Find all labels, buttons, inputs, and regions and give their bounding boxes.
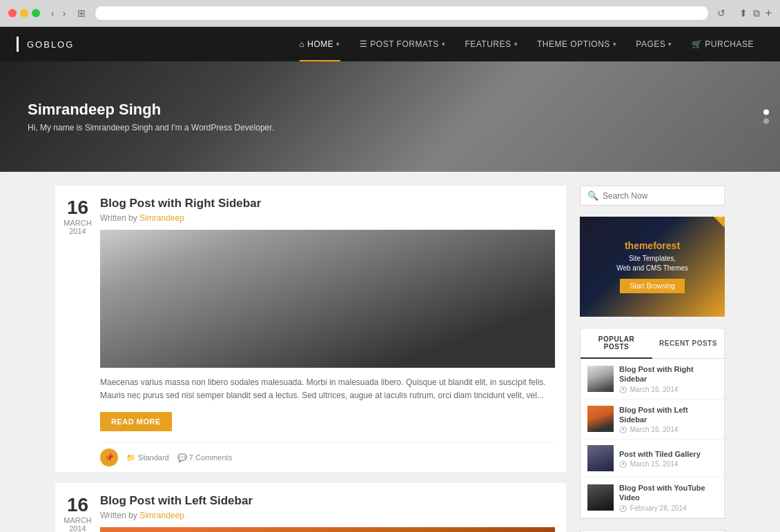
popular-post-date-1: 🕐 March 16, 2014 [619, 386, 717, 393]
ad-logo: themeforest [625, 240, 680, 251]
popular-post-title-4[interactable]: Blog Post with YouTube Video [619, 483, 717, 503]
hero-subtitle: Hi, My name is Simrandeep Singh and I'm … [28, 123, 274, 132]
ad-button[interactable]: Start Browsing [620, 279, 684, 293]
popular-post-item-4: Blog Post with YouTube Video 🕐 February … [581, 477, 724, 518]
post-image-inner-1 [100, 230, 555, 368]
hero-dot-2[interactable] [763, 119, 769, 124]
post-title-2[interactable]: Blog Post with Left Sidebar [100, 494, 555, 508]
share-button[interactable]: ⬆ [739, 7, 748, 19]
browser-chrome: ‹ › ⊞ ↺ ⬆ ⧉ + [0, 0, 780, 27]
tabs-header: POPULAR POSTS RECENT POSTS [581, 328, 724, 359]
popular-post-date-3: 🕐 March 15, 2014 [619, 460, 717, 468]
pin-icon-1: 📌 [100, 449, 118, 466]
new-tab-button[interactable]: + [766, 7, 772, 19]
nav-post-formats-label: POST FORMATS [370, 39, 439, 49]
popular-post-thumb-2 [587, 406, 614, 432]
nav-purchase-label: PURCHASE [705, 39, 754, 49]
hero-section: Simrandeep Singh Hi, My name is Simrande… [0, 61, 780, 172]
close-button[interactable] [8, 9, 17, 17]
browser-actions: ⬆ ⧉ + [739, 7, 772, 19]
cart-icon: 🛒 [692, 39, 703, 49]
nav-item-purchase[interactable]: 🛒 PURCHASE [682, 27, 763, 61]
popular-post-info-1: Blog Post with Right Sidebar 🕐 March 16,… [619, 364, 717, 393]
clock-icon-1: 🕐 [619, 386, 627, 393]
duplicate-button[interactable]: ⧉ [753, 7, 760, 19]
post-author-link-1[interactable]: Simrandeep [139, 213, 184, 223]
nav-item-theme-options[interactable]: THEME OPTIONS ▾ [527, 27, 626, 61]
post-tag-1: 📁 Standard [126, 453, 169, 462]
popular-post-title-1[interactable]: Blog Post with Right Sidebar [619, 364, 717, 384]
nav-pages-label: PAGES [636, 39, 665, 49]
post-content-1: Blog Post with Right Sidebar Written by … [100, 186, 566, 472]
clock-icon-4: 🕐 [619, 505, 627, 512]
tab-popular-posts[interactable]: POPULAR POSTS [581, 328, 652, 359]
popular-post-title-2[interactable]: Blog Post with Left Sidebar [619, 405, 717, 425]
folder-icon: 📁 [126, 453, 136, 462]
nav-menu: ⌂ HOME ▾ ☰ POST FORMATS ▾ FEATURES ▾ THE… [290, 27, 763, 61]
nav-home-label: HOME [307, 39, 333, 49]
popular-post-thumb-4 [587, 484, 614, 511]
sidebar: 🔍 Free !! themeforest Site Templates, We… [580, 186, 725, 532]
hero-dot-1[interactable] [763, 110, 769, 115]
popular-post-item-1: Blog Post with Right Sidebar 🕐 March 16,… [581, 359, 724, 400]
ad-badge: Free !! [701, 217, 725, 227]
url-bar[interactable] [95, 6, 708, 21]
tab-grid-button[interactable]: ⊞ [74, 6, 89, 20]
popular-post-title-3[interactable]: Post with Tiled Gallery [619, 449, 717, 459]
minimize-button[interactable] [20, 9, 28, 17]
post-content-2: Blog Post with Left Sidebar Written by S… [100, 483, 566, 532]
chevron-down-icon-4: ▾ [613, 41, 617, 48]
nav-features-label: FEATURES [465, 39, 511, 49]
comment-icon: 💬 [177, 453, 187, 462]
popular-post-thumb-1 [587, 366, 614, 392]
chevron-down-icon-2: ▾ [442, 41, 446, 48]
ad-text: Site Templates, Web and CMS Themes [616, 254, 688, 273]
nav-item-features[interactable]: FEATURES ▾ [455, 27, 527, 61]
posts-tabs-widget: POPULAR POSTS RECENT POSTS Blog Post wit… [580, 328, 725, 519]
hero-title: Simrandeep Singh [28, 101, 274, 119]
nav-item-home[interactable]: ⌂ HOME ▾ [290, 27, 350, 61]
post-author-link-2[interactable]: Simrandeep [139, 511, 184, 520]
sidebar-ad[interactable]: Free !! themeforest Site Templates, Web … [580, 217, 725, 317]
popular-post-info-2: Blog Post with Left Sidebar 🕐 March 16, … [619, 405, 717, 434]
post-year-2: 2014 [62, 524, 93, 532]
chevron-down-icon-3: ▾ [514, 41, 518, 48]
post-date-col-1: 16 MARCH 2014 [55, 186, 100, 472]
search-input[interactable] [603, 191, 717, 201]
post-comments-1: 💬 7 Comments [177, 453, 232, 462]
post-author-1: Written by Simrandeep [100, 213, 555, 223]
maximize-button[interactable] [32, 9, 40, 17]
post-year-1: 2014 [62, 227, 93, 235]
post-day-2: 16 [62, 495, 93, 515]
nav-item-pages[interactable]: PAGES ▾ [626, 27, 681, 61]
logo-bar-icon [17, 37, 19, 52]
reload-button[interactable]: ↺ [714, 6, 728, 20]
back-button[interactable]: ‹ [48, 6, 57, 20]
post-card-2: 16 MARCH 2014 Blog Post with Left Sideba… [55, 483, 566, 532]
post-day-1: 16 [62, 198, 93, 217]
read-more-button-1[interactable]: READ MORE [100, 412, 172, 431]
nav-theme-label: THEME OPTIONS [537, 39, 610, 49]
hero-dots [763, 110, 769, 124]
popular-post-thumb-3 [587, 445, 614, 471]
nav-item-post-formats[interactable]: ☰ POST FORMATS ▾ [350, 27, 456, 61]
chevron-down-icon: ▾ [336, 41, 340, 48]
post-image-inner-2 [100, 527, 555, 532]
traffic-lights [8, 9, 40, 17]
list-icon: ☰ [360, 39, 368, 49]
hero-content: Simrandeep Singh Hi, My name is Simrande… [28, 101, 274, 132]
post-author-2: Written by Simrandeep [100, 511, 555, 520]
tab-recent-posts[interactable]: RECENT POSTS [652, 328, 724, 358]
main-layout: 16 MARCH 2014 Blog Post with Right Sideb… [0, 172, 780, 532]
post-title-1[interactable]: Blog Post with Right Sidebar [100, 197, 555, 210]
nav-arrows: ‹ › [48, 6, 68, 20]
home-icon: ⌂ [300, 39, 305, 49]
post-excerpt-1: Maecenas varius massa non libero sodales… [100, 376, 555, 402]
navbar: GOBLOG ⌂ HOME ▾ ☰ POST FORMATS ▾ FEATURE… [0, 27, 780, 61]
forward-button[interactable]: › [60, 6, 69, 20]
post-footer-1: 📌 📁 Standard 💬 7 Comments [100, 442, 555, 472]
search-box[interactable]: 🔍 [580, 186, 725, 206]
logo[interactable]: GOBLOG [17, 37, 74, 52]
post-month-1: MARCH [62, 219, 93, 227]
post-image-1 [100, 230, 555, 368]
